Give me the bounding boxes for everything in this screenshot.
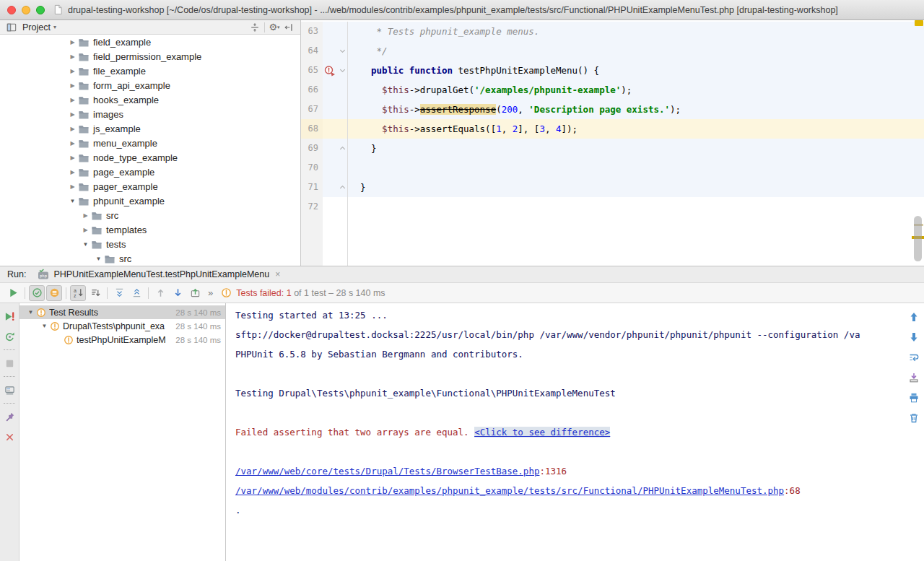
chevron-right-icon[interactable]: ▶: [67, 155, 78, 161]
project-tree-item-label: menu_example: [93, 138, 157, 149]
clear-all-icon[interactable]: [907, 412, 920, 425]
editor-line[interactable]: 68 $this->assertEquals([1, 2], [3, 4]);: [301, 119, 924, 139]
chevron-down-icon[interactable]: ▼: [39, 323, 50, 329]
more-actions-icon[interactable]: »: [208, 287, 214, 298]
project-tree-item[interactable]: ▼tests: [0, 237, 300, 251]
sort-alphabetically-icon[interactable]: az: [70, 285, 86, 301]
console-link[interactable]: /var/www/web/core/tests/Drupal/Tests/Bro…: [235, 466, 539, 477]
chevron-right-icon[interactable]: ▶: [67, 126, 78, 132]
editor-line[interactable]: 65 public function testPhpUnitExampleMen…: [301, 61, 924, 80]
chevron-right-icon[interactable]: ▶: [67, 39, 78, 45]
chevron-right-icon[interactable]: ▶: [67, 68, 78, 74]
hide-panel-icon[interactable]: [282, 21, 296, 34]
rerun-failed-icon[interactable]: [2, 309, 17, 323]
chevron-down-icon[interactable]: ▼: [80, 241, 91, 248]
collapse-all-icon[interactable]: [128, 285, 144, 301]
project-tree-item[interactable]: ▶images: [0, 107, 300, 121]
project-tree-item[interactable]: ▼src: [0, 251, 300, 266]
rerun-icon[interactable]: [2, 329, 17, 344]
stop-icon[interactable]: [2, 356, 17, 370]
project-tree-item[interactable]: ▶js_example: [0, 121, 300, 136]
chevron-right-icon[interactable]: ▶: [80, 212, 91, 219]
locate-icon[interactable]: [248, 21, 262, 34]
up-stack-icon[interactable]: [907, 310, 920, 323]
project-tree-item[interactable]: ▶menu_example: [0, 136, 300, 150]
project-tree-item[interactable]: ▶src: [0, 208, 300, 222]
test-tree-item-label: Test Results: [49, 308, 173, 318]
editor-line[interactable]: 66 $this->drupalGet('/examples/phpunit-e…: [301, 80, 924, 100]
chevron-right-icon[interactable]: ▶: [67, 97, 78, 103]
inspection-indicator[interactable]: [915, 20, 923, 26]
gear-icon[interactable]: ⚙▾: [267, 21, 282, 34]
rerun-tests-icon[interactable]: [5, 285, 21, 301]
project-tree-item[interactable]: ▶field_permission_example: [0, 49, 300, 64]
chevron-right-icon[interactable]: ▶: [67, 82, 78, 89]
sort-by-duration-icon[interactable]: [87, 285, 103, 301]
pin-tab-icon[interactable]: [2, 409, 17, 424]
fold-marker-icon[interactable]: [337, 178, 348, 197]
print-icon[interactable]: [907, 391, 920, 404]
code-editor[interactable]: 63 * Tests phpunit_example menus.64 */65…: [301, 20, 924, 266]
console-text: Testing Drupal\Tests\phpunit_example\Fun…: [235, 388, 616, 399]
fold-marker-icon[interactable]: [337, 41, 348, 61]
test-tree-item[interactable]: testPhpUnitExampleM28 s 140 ms: [19, 333, 225, 347]
project-tree-item[interactable]: ▼phpunit_example: [0, 193, 300, 208]
project-tree-item[interactable]: ▶templates: [0, 222, 300, 237]
project-tree-item[interactable]: ▶pager_example: [0, 179, 300, 193]
chevron-down-icon[interactable]: ▼: [25, 309, 36, 316]
chevron-down-icon[interactable]: ▼: [67, 198, 78, 204]
restore-layout-icon[interactable]: [2, 383, 17, 397]
project-tree-item[interactable]: ▶page_example: [0, 165, 300, 179]
close-window-button[interactable]: [7, 6, 16, 14]
close-icon[interactable]: [2, 430, 17, 444]
project-tree-item[interactable]: ▶form_api_example: [0, 78, 300, 92]
editor-line[interactable]: 70: [301, 158, 924, 178]
expand-all-icon[interactable]: [111, 285, 127, 301]
run-left-toolbar: [0, 303, 19, 561]
previous-failed-icon[interactable]: [152, 285, 168, 301]
chevron-right-icon[interactable]: ▶: [67, 111, 78, 118]
import-results-icon[interactable]: [187, 285, 203, 301]
console-link[interactable]: <Click to see difference>: [474, 427, 610, 438]
minimize-window-button[interactable]: [22, 6, 30, 14]
scroll-to-end-icon[interactable]: [907, 371, 920, 384]
test-tree-item[interactable]: ▼Drupal\Tests\phpunit_exa28 s 140 ms: [19, 319, 225, 333]
console-line: /var/www/web/core/tests/Drupal/Tests/Bro…: [235, 461, 899, 481]
test-tree-item[interactable]: ▼Test Results28 s 140 ms: [19, 305, 225, 319]
soft-wrap-icon[interactable]: [907, 351, 920, 364]
project-tree-item[interactable]: ▶field_example: [0, 35, 300, 49]
zoom-window-button[interactable]: [36, 6, 45, 14]
chevron-right-icon[interactable]: ▶: [67, 169, 78, 175]
chevron-right-icon[interactable]: ▶: [67, 140, 78, 147]
fold-marker-icon[interactable]: [337, 139, 348, 158]
console-link[interactable]: /var/www/web/modules/contrib/examples/ph…: [235, 485, 784, 496]
editor-line[interactable]: 72: [301, 197, 924, 217]
line-number: 71: [301, 178, 323, 197]
editor-line[interactable]: 64 */: [301, 41, 924, 61]
test-failed-icon[interactable]: [323, 61, 337, 80]
editor-line[interactable]: 67 $this->assertResponse(200, 'Descripti…: [301, 100, 924, 119]
next-failed-icon[interactable]: [170, 285, 186, 301]
editor-line[interactable]: 63 * Tests phpunit_example menus.: [301, 22, 924, 41]
run-tab[interactable]: php PHPUnitExampleMenuTest.testPhpUnitEx…: [35, 266, 283, 282]
project-tree-item[interactable]: ▶node_type_example: [0, 150, 300, 165]
chevron-down-icon[interactable]: ▾: [53, 24, 56, 30]
project-tree-item[interactable]: ▶hooks_example: [0, 92, 300, 107]
fold-marker-icon[interactable]: [337, 61, 348, 80]
chevron-down-icon[interactable]: ▼: [93, 256, 104, 262]
chevron-right-icon[interactable]: ▶: [80, 227, 91, 233]
folder-icon: [91, 211, 103, 220]
down-stack-icon[interactable]: [907, 331, 920, 344]
editor-line[interactable]: 71}: [301, 178, 924, 197]
show-passed-icon[interactable]: [29, 285, 45, 301]
editor-scrollbar-thumb[interactable]: [914, 216, 922, 261]
warning-icon: [36, 308, 46, 318]
chevron-right-icon[interactable]: ▶: [67, 183, 78, 190]
close-tab-icon[interactable]: ×: [275, 269, 280, 279]
console-output[interactable]: Testing started at 13:25 ...sftp://docke…: [226, 303, 924, 561]
project-tree-item[interactable]: ▶file_example: [0, 64, 300, 78]
show-ignored-icon[interactable]: [46, 285, 62, 301]
project-panel-title[interactable]: Project: [22, 22, 51, 32]
chevron-right-icon[interactable]: ▶: [67, 53, 78, 60]
editor-line[interactable]: 69 }: [301, 139, 924, 158]
